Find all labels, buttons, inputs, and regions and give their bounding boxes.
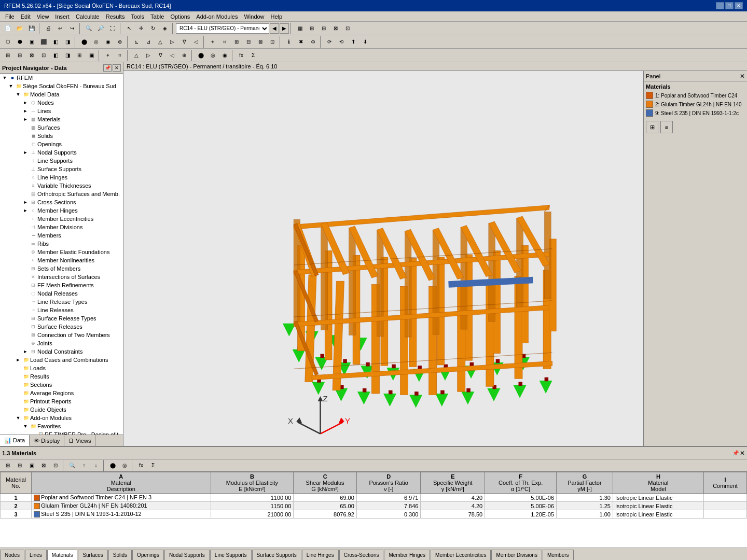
tb2-21[interactable]: ⊠ bbox=[255, 36, 266, 48]
expand-icon[interactable] bbox=[15, 365, 22, 372]
expand-icon[interactable] bbox=[15, 389, 22, 397]
tree-item-loads[interactable]: 📁 Loads bbox=[0, 364, 123, 372]
tree-item-line-hinges[interactable]: ○ Line Hinges bbox=[0, 173, 123, 181]
tree-item-results[interactable]: 📁 Results bbox=[0, 372, 123, 381]
tree-item-line-release-types[interactable]: ┄ Line Release Types bbox=[0, 298, 123, 306]
tree-item-member-eccentricities[interactable]: ↔ Member Eccentricities bbox=[0, 215, 123, 223]
tb2-23[interactable]: ℹ bbox=[283, 36, 295, 48]
table-tb-8[interactable]: ↓ bbox=[90, 460, 102, 471]
expand-icon[interactable]: ▼ bbox=[15, 91, 22, 98]
panel-close-btn[interactable]: ✕ bbox=[740, 73, 745, 80]
tb-next-case[interactable]: ▶ bbox=[280, 23, 289, 34]
tree-item-ribs[interactable]: ═ Ribs bbox=[0, 240, 123, 248]
minimize-btn[interactable]: _ bbox=[716, 2, 724, 9]
menu-file[interactable]: File bbox=[2, 12, 18, 21]
table-tb-5[interactable]: ⊡ bbox=[50, 460, 61, 471]
tb2-18[interactable]: ⌗ bbox=[219, 36, 230, 48]
tb2-5[interactable]: ◧ bbox=[50, 36, 61, 48]
nav-tab-data[interactable]: 📊 Data bbox=[0, 435, 30, 446]
table-tb-10[interactable]: ◎ bbox=[119, 460, 130, 471]
nav-controls[interactable]: 📌 ✕ bbox=[103, 64, 121, 72]
tb-undo[interactable]: ↩ bbox=[54, 23, 66, 34]
tb2-4[interactable]: ⬛ bbox=[38, 36, 49, 48]
tb-btn-e[interactable]: ⊡ bbox=[342, 23, 353, 34]
tree-item-guide[interactable]: 📁 Guide Objects bbox=[0, 405, 123, 414]
expand-icon[interactable] bbox=[22, 298, 29, 305]
tb3-13[interactable]: ∇ bbox=[155, 50, 166, 61]
tb2-29[interactable]: ⬇ bbox=[359, 36, 371, 48]
expand-icon[interactable]: ► bbox=[22, 107, 29, 115]
tree-item-member-nonlinear[interactable]: ≈ Member Nonlinearities bbox=[0, 256, 123, 264]
menu-results[interactable]: Results bbox=[103, 12, 128, 21]
expand-icon[interactable] bbox=[22, 257, 29, 264]
expand-icon[interactable] bbox=[15, 373, 22, 380]
menu-table[interactable]: Table bbox=[147, 12, 167, 21]
tb2-17[interactable]: ⌖ bbox=[207, 36, 218, 48]
tb3-11[interactable]: △ bbox=[131, 50, 142, 61]
tb3-5[interactable]: ◧ bbox=[50, 50, 61, 61]
expand-icon[interactable] bbox=[22, 190, 29, 198]
expand-icon[interactable] bbox=[15, 398, 22, 405]
tb2-12[interactable]: ⊿ bbox=[143, 36, 154, 48]
tree-item-addon[interactable]: ▼ 📁 Add-on Modules bbox=[0, 414, 123, 422]
tb3-8[interactable]: ▣ bbox=[86, 50, 97, 61]
tb2-1[interactable]: ⬡ bbox=[2, 36, 13, 48]
tb-zoom-fit[interactable]: ⛶ bbox=[107, 23, 118, 34]
btab-line-hinges[interactable]: Line Hinges bbox=[302, 550, 339, 560]
tb-print[interactable]: 🖨 bbox=[43, 23, 54, 34]
tb-select[interactable]: ↖ bbox=[123, 23, 135, 34]
tb3-16[interactable]: ⬤ bbox=[195, 50, 206, 61]
tree-item-members[interactable]: ━ Members bbox=[0, 231, 123, 240]
btab-openings[interactable]: Openings bbox=[132, 550, 164, 560]
tree-item-intersections[interactable]: ✕ Intersections of Surfaces bbox=[0, 273, 123, 281]
tb-btn-c[interactable]: ⊟ bbox=[318, 23, 329, 34]
menu-window[interactable]: Window bbox=[241, 12, 267, 21]
menu-options[interactable]: Options bbox=[167, 12, 193, 21]
table-tb-7[interactable]: ↑ bbox=[78, 460, 90, 471]
table-tb-12[interactable]: Σ bbox=[147, 460, 159, 471]
tb2-11[interactable]: ⊾ bbox=[131, 36, 142, 48]
tb2-15[interactable]: ∇ bbox=[178, 36, 190, 48]
tb2-22[interactable]: ⊡ bbox=[267, 36, 278, 48]
tb2-2[interactable]: ⬢ bbox=[14, 36, 25, 48]
tb-new[interactable]: 📄 bbox=[2, 23, 13, 34]
expand-icon[interactable]: ► bbox=[22, 149, 29, 156]
table-tb-9[interactable]: ⬤ bbox=[107, 460, 118, 471]
table-tb-11[interactable]: fx bbox=[135, 460, 147, 471]
btab-members[interactable]: Members bbox=[543, 550, 574, 560]
table-tb-3[interactable]: ▣ bbox=[26, 460, 37, 471]
table-row-2[interactable]: 2 Glulam Timber GL24h | NF EN 14080:201 … bbox=[1, 502, 747, 510]
tree-item-fe-mesh[interactable]: ⊡ FE Mesh Refinements bbox=[0, 281, 123, 289]
expand-icon[interactable] bbox=[22, 248, 29, 256]
expand-icon[interactable] bbox=[22, 124, 29, 131]
expand-icon[interactable]: ► bbox=[15, 356, 22, 363]
tb-btn-a[interactable]: ▦ bbox=[294, 23, 306, 34]
maximize-btn[interactable]: □ bbox=[725, 2, 734, 9]
tb-btn-b[interactable]: ⊞ bbox=[306, 23, 317, 34]
expand-icon[interactable] bbox=[22, 315, 29, 322]
expand-icon[interactable] bbox=[22, 265, 29, 272]
tb3-19[interactable]: fx bbox=[236, 50, 247, 61]
tree-item-joints[interactable]: ⊕ Joints bbox=[0, 339, 123, 347]
tb2-7[interactable]: ⬤ bbox=[78, 36, 90, 48]
tree-item-orthotropic[interactable]: ▤ Orthotropic Surfaces and Memb. bbox=[0, 190, 123, 198]
tb-save[interactable]: 💾 bbox=[26, 23, 37, 34]
tree-item-surface-supports[interactable]: ⊥ Surface Supports bbox=[0, 165, 123, 173]
tree-item-nodal-supports[interactable]: ► ⊥ Nodal Supports bbox=[0, 148, 123, 157]
expand-icon[interactable] bbox=[22, 290, 29, 297]
nav-tab-display[interactable]: 👁 Display bbox=[30, 435, 64, 446]
tree-item-printout[interactable]: 📁 Printout Reports bbox=[0, 397, 123, 405]
tb-prev-case[interactable]: ◀ bbox=[270, 23, 279, 34]
tb2-14[interactable]: ▷ bbox=[167, 36, 178, 48]
window-controls[interactable]: _ □ ✕ bbox=[716, 2, 743, 9]
btab-solids[interactable]: Solids bbox=[108, 550, 132, 560]
tb3-1[interactable]: ⊞ bbox=[2, 50, 13, 61]
tree-item-rf-timber[interactable]: 📋 RF-TIMBER Pro - Design of t bbox=[0, 430, 123, 435]
tb2-25[interactable]: ⚙ bbox=[307, 36, 319, 48]
tree-item-load-cases[interactable]: ► 📁 Load Cases and Combinations bbox=[0, 356, 123, 364]
tb3-14[interactable]: ◁ bbox=[167, 50, 178, 61]
table-row-3[interactable]: 3 Steel S 235 | DIN EN 1993-1-1:2010-12 … bbox=[1, 510, 747, 519]
expand-icon[interactable]: ▼ bbox=[7, 82, 15, 90]
btab-surface-supports[interactable]: Surface Supports bbox=[252, 550, 301, 560]
tb2-20[interactable]: ⊟ bbox=[243, 36, 254, 48]
